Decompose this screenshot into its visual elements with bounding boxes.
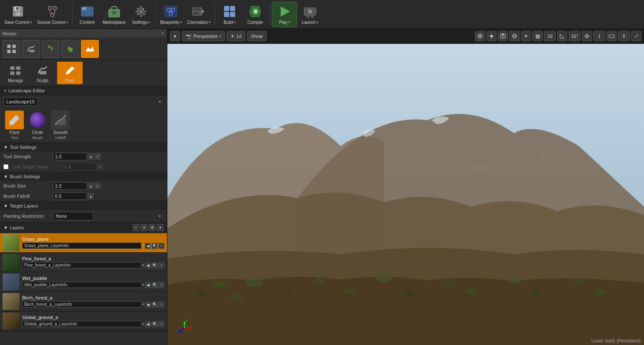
tool-strength-input-group: ▲ ⤢ <box>53 153 101 160</box>
play-button[interactable]: Play▾ <box>272 2 297 27</box>
vp-icon-grid[interactable]: ▦ <box>532 31 543 41</box>
modes-close-button[interactable]: ✕ <box>161 31 164 36</box>
lit-icon: ☀ <box>230 34 235 39</box>
birch-forest-add-btn[interactable]: + <box>158 302 164 308</box>
landscape-select[interactable]: Landscape10 <box>3 97 38 106</box>
brush-size-input[interactable] <box>53 182 87 190</box>
layer-item-wet-puddle[interactable]: Wet_puddle Wet_puddle_LayerInfo ▾ ◀ 🔍 + <box>0 272 167 292</box>
lit-button[interactable]: ☀ Lit <box>227 31 245 41</box>
svg-rect-58 <box>12 50 16 53</box>
tool-strength-expand[interactable]: ⤢ <box>95 154 101 160</box>
global-ground-info-select[interactable]: Global_ground_a_LayerInfo <box>22 321 141 327</box>
perspective-button[interactable]: 📷 Perspective ▾ <box>182 31 225 41</box>
target-layers-header[interactable]: ▼ Target Layers <box>0 202 167 210</box>
mode-place-button[interactable] <box>3 40 20 58</box>
vp-icon-camera[interactable] <box>475 31 485 41</box>
wet-puddle-info-select[interactable]: Wet_puddle_LayerInfo <box>22 282 141 288</box>
blueprints-icon <box>163 4 178 19</box>
grass-plane-search-btn[interactable]: 🔍 <box>152 243 158 249</box>
submode-manage-button[interactable]: Manage <box>3 62 28 84</box>
pine-forest-back-btn[interactable]: ◀ <box>145 262 151 268</box>
vp-number-10[interactable]: 10 <box>544 31 556 41</box>
submode-paint-button[interactable]: Paint <box>57 62 83 84</box>
svg-rect-54 <box>306 16 314 17</box>
grass-plane-back-btn[interactable]: ◀ <box>145 243 151 249</box>
blueprints-button[interactable]: Blueprints▾ <box>158 2 184 27</box>
manage-label: Manage <box>8 78 23 83</box>
landscape-triangle: ▼ <box>3 89 7 93</box>
mode-leaf-button[interactable] <box>61 40 79 58</box>
vp-number-10deg[interactable]: 10° <box>569 31 581 41</box>
brush-settings-header[interactable]: ▼ Brush Settings <box>0 172 167 181</box>
vp-number-1[interactable]: 1 <box>593 31 605 41</box>
vp-icon-angle[interactable] <box>557 31 567 41</box>
tool-settings-header[interactable]: ▼ Tool Settings <box>0 143 167 151</box>
layer-add-button[interactable]: + <box>132 224 139 231</box>
layer-item-birch-forest[interactable]: Birch_forest_a Birch_forest_a_LayerInfo … <box>0 292 167 311</box>
vp-icon-star[interactable]: ✦ <box>521 31 531 41</box>
grass-plane-info-select[interactable]: Grass_plane_LayerInfo <box>22 242 141 249</box>
content-button[interactable]: Content <box>75 2 100 27</box>
mode-foliage-button[interactable] <box>42 40 60 58</box>
wet-puddle-search-btn[interactable]: 🔍 <box>152 282 158 288</box>
vp-icon-move[interactable] <box>582 31 592 41</box>
pine-forest-search-btn[interactable]: 🔍 <box>152 262 158 268</box>
viewport-scene[interactable]: X Y Z Level: test1 (Persistent) <box>167 44 644 345</box>
smooth-falloff-item[interactable]: Smooth Falloff <box>51 111 70 140</box>
birch-forest-search-btn[interactable]: 🔍 <box>152 302 158 308</box>
vp-icon-sun[interactable] <box>486 31 497 41</box>
layer-eye-dropdown[interactable]: ▾ <box>157 224 164 231</box>
show-button[interactable]: Show <box>247 31 267 41</box>
viewport-dropdown-button[interactable]: ▾ <box>170 31 180 41</box>
vp-icon-globe[interactable] <box>509 31 520 41</box>
circle-brush-item[interactable]: Circle Brush <box>28 111 47 140</box>
global-ground-back-btn[interactable]: ◀ <box>145 321 151 327</box>
global-ground-add-btn[interactable]: + <box>158 321 164 327</box>
tool-strength-spin[interactable]: ▲ <box>88 154 94 160</box>
brush-falloff-spin[interactable]: ▲ <box>88 193 94 199</box>
layer-item-global-ground[interactable]: Global_ground_a Global_ground_a_LayerInf… <box>0 311 167 331</box>
pine-forest-name: Pine_forest_a <box>22 256 164 261</box>
launch-button[interactable]: Launch▾ <box>297 2 323 27</box>
layer-eye-button[interactable]: 👁 <box>149 224 155 231</box>
paint-tool-item[interactable]: Paint Tool <box>5 111 24 140</box>
layer-item-pine-forest[interactable]: Pine_forest_a Pine_forest_a_LayerInfo ▾ … <box>0 253 167 272</box>
brush-size-expand[interactable]: ⤢ <box>95 183 101 189</box>
svg-point-4 <box>48 6 52 10</box>
wet-puddle-back-btn[interactable]: ◀ <box>145 282 151 288</box>
layer-item-grass-plane[interactable]: Grass_plane Grass_plane_LayerInfo ▾ ◀ 🔍 … <box>0 233 167 253</box>
wet-puddle-add-btn[interactable]: + <box>158 282 164 288</box>
compile-button[interactable]: Compile <box>242 2 268 27</box>
submode-sculpt-button[interactable]: Sculpt <box>30 62 55 84</box>
vp-icon-maximize[interactable]: ⤢ <box>631 31 641 41</box>
cinematics-button[interactable]: Cinematics▾ <box>184 2 213 27</box>
layer-dropdown-button[interactable]: ▾ <box>141 224 147 231</box>
birch-forest-back-btn[interactable]: ◀ <box>145 302 151 308</box>
vp-icon-resize[interactable] <box>607 31 617 41</box>
brush-falloff-label: Brush Falloff <box>3 194 50 199</box>
save-current-button[interactable]: Save Current▾ <box>2 2 34 27</box>
pine-forest-info-select[interactable]: Pine_forest_a_LayerInfo <box>22 262 141 268</box>
brush-size-spin[interactable]: ▲ <box>88 183 94 189</box>
global-ground-search-btn[interactable]: 🔍 <box>152 321 158 327</box>
settings-button[interactable]: Settings▾ <box>128 2 154 27</box>
painting-restriction-select[interactable]: None Any UseWeightBlend UseAlphaBlend <box>53 212 94 220</box>
build-button[interactable]: Build▾ <box>217 2 242 27</box>
use-target-value-checkbox[interactable] <box>3 164 9 169</box>
grass-plane-add-btn[interactable]: + <box>158 243 164 249</box>
pine-forest-thumb <box>3 254 20 271</box>
pine-forest-add-btn[interactable]: + <box>158 262 164 268</box>
svg-text:X: X <box>192 326 193 330</box>
birch-forest-info-select[interactable]: Birch_forest_a_LayerInfo <box>22 301 141 308</box>
marketplace-button[interactable]: Marketplace <box>100 2 128 27</box>
tool-strength-input[interactable] <box>53 153 87 160</box>
mode-landscape-button[interactable] <box>81 40 99 58</box>
svg-point-9 <box>49 12 51 14</box>
source-control-button[interactable]: Source Control▾ <box>34 2 71 27</box>
manage-icon <box>8 63 23 78</box>
painting-restriction-wrapper: None Any UseWeightBlend UseAlphaBlend ▾ <box>53 212 164 220</box>
mode-sculpt-button[interactable] <box>22 40 40 58</box>
brush-falloff-input[interactable] <box>53 192 87 200</box>
vp-number-6[interactable]: 6 <box>618 31 630 41</box>
vp-icon-photo[interactable] <box>498 31 508 41</box>
